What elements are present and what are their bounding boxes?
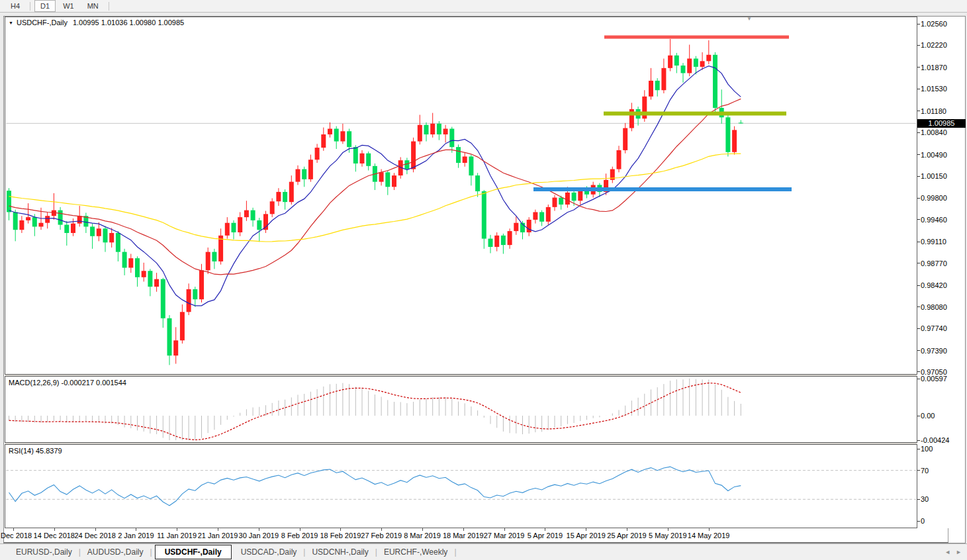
chart-ohlc-quotes: 1.00995 1.01036 1.00980 1.00985 xyxy=(73,19,184,26)
date-axis-label: 5 Dec 2018 xyxy=(0,532,32,539)
current-price-tag: 1.00985 xyxy=(917,119,966,128)
date-axis-label: 5 Apr 2019 xyxy=(528,532,563,539)
date-axis-label: 11 Jan 2019 xyxy=(157,532,197,539)
macd-plot[interactable] xyxy=(5,377,917,442)
date-axis-tick xyxy=(668,528,668,531)
toolbar-separator xyxy=(109,2,109,11)
axis-tick xyxy=(917,176,920,177)
timeframe-button-mn[interactable]: MN xyxy=(81,0,105,12)
axis-tick xyxy=(917,379,920,379)
axis-tick xyxy=(917,219,920,220)
date-axis-tick xyxy=(259,528,259,531)
price-axis-label: 0.98420 xyxy=(921,281,947,289)
date-axis-tick xyxy=(545,528,545,531)
chart-title: ▼ USDCHF-,Daily 1.00995 1.01036 1.00980 … xyxy=(9,19,184,26)
date-axis-label: 30 Jan 2019 xyxy=(239,532,279,539)
axis-tick xyxy=(917,416,920,416)
axis-tick xyxy=(917,371,920,372)
price-axis-label: 1.00490 xyxy=(921,151,947,159)
date-axis-label: 25 Apr 2019 xyxy=(607,532,646,539)
chart-tab-bar: EURUSD-,Daily|AUDUSD-,Daily|USDCHF-,Dail… xyxy=(0,543,967,560)
rsi-plot[interactable] xyxy=(5,445,917,528)
rsi-axis-label: 70 xyxy=(921,467,929,475)
tab-eurchf-weekly[interactable]: EURCHF-,Weekly xyxy=(377,545,454,559)
price-axis-label: 1.00150 xyxy=(921,172,947,180)
axis-tick xyxy=(917,440,920,441)
date-axis-tick xyxy=(627,528,627,531)
tab-usdcad-daily[interactable]: USDCAD-,Daily xyxy=(234,545,304,559)
price-axis-label: 1.00840 xyxy=(921,128,947,136)
axis-tick xyxy=(917,154,920,155)
axis-tick xyxy=(917,67,920,68)
date-axis-label: 5 May 2019 xyxy=(649,532,686,539)
price-axis-label: 0.99110 xyxy=(921,238,946,246)
rsi-axis-label: 30 xyxy=(921,495,929,503)
tab-audusd-daily[interactable]: AUDUSD-,Daily xyxy=(81,545,150,559)
tab-usdcnh-daily[interactable]: USDCNH-,Daily xyxy=(305,545,375,559)
timeframe-button-h4[interactable]: H4 xyxy=(5,0,26,12)
axis-tick xyxy=(917,132,920,133)
rsi-axis-label: 100 xyxy=(921,445,933,453)
axis-tick xyxy=(917,499,920,500)
price-axis-label: 0.97740 xyxy=(921,324,947,332)
price-axis-label: 1.01530 xyxy=(921,85,947,93)
date-axis-label: 8 Feb 2019 xyxy=(281,532,318,539)
price-axis-label: 0.98080 xyxy=(921,303,947,311)
axis-tick xyxy=(917,350,920,351)
axis-tick xyxy=(917,111,920,111)
axis-tick xyxy=(917,521,920,522)
axis-tick xyxy=(917,328,920,329)
date-axis-tick xyxy=(177,528,177,531)
tab-scroll-right-icon[interactable]: ► xyxy=(956,549,962,555)
date-axis-label: 8 Mar 2019 xyxy=(404,532,441,539)
axis-tick xyxy=(917,263,920,263)
chart-dropdown-icon[interactable]: ▼ xyxy=(9,21,13,25)
axis-tick xyxy=(917,306,920,307)
rsi-indicator-label: RSI(14) 45.8379 xyxy=(9,447,62,455)
timeframe-toolbar: H4D1W1MN xyxy=(0,0,967,13)
axis-tick xyxy=(917,470,920,471)
axis-tick xyxy=(917,285,920,286)
date-axis-label: 21 Jan 2019 xyxy=(198,532,238,539)
tab-separator: | xyxy=(454,547,456,557)
date-axis-tick xyxy=(422,528,423,531)
axis-tick xyxy=(917,24,920,24)
date-axis-tick xyxy=(54,528,55,531)
tab-scroll-left-icon[interactable]: ◄ xyxy=(944,549,950,555)
tab-separator: | xyxy=(150,547,152,557)
macd-axis-label: 0.00 xyxy=(921,412,935,420)
price-axis-label: 0.97390 xyxy=(921,347,947,355)
date-axis-tick xyxy=(218,528,218,531)
autoscroll-marker-icon[interactable]: ▼ xyxy=(747,17,752,22)
macd-indicator-label: MACD(12,26,9) -0.000217 0.001544 xyxy=(9,379,126,387)
rsi-axis-label: 0 xyxy=(921,517,925,525)
date-axis-tick xyxy=(381,528,382,531)
price-axis-label: 0.99800 xyxy=(921,194,947,202)
date-axis-label: 2 Jan 2019 xyxy=(118,532,154,539)
date-axis-tick xyxy=(136,528,136,531)
date-axis-tick xyxy=(504,528,505,531)
date-axis-label: 14 May 2019 xyxy=(688,532,730,539)
price-axis-label: 1.01870 xyxy=(921,64,947,71)
date-axis-label: 18 Mar 2019 xyxy=(443,532,484,539)
mt4-window: H4D1W1MN ▼ USDCHF-,Daily 1.00995 1.01036… xyxy=(0,0,967,560)
tab-usdchf-daily[interactable]: USDCHF-,Daily xyxy=(155,545,232,559)
date-axis-tick xyxy=(95,528,96,531)
timeframe-button-w1[interactable]: W1 xyxy=(57,0,80,12)
axis-tick xyxy=(917,242,920,242)
tab-eurusd-daily[interactable]: EURUSD-,Daily xyxy=(9,545,79,559)
date-axis-tick xyxy=(300,528,300,531)
date-axis-label: 18 Feb 2019 xyxy=(320,532,361,539)
axis-tick xyxy=(917,198,920,199)
timeframe-button-d1[interactable]: D1 xyxy=(34,0,56,12)
date-axis[interactable]: 5 Dec 201814 Dec 201824 Dec 20182 Jan 20… xyxy=(4,528,948,543)
axis-tick xyxy=(917,449,920,449)
candlestick-plot[interactable] xyxy=(5,17,917,374)
date-axis-label: 14 Dec 2018 xyxy=(34,532,75,539)
toolbar-separator xyxy=(30,2,30,11)
date-axis-label: 27 Feb 2019 xyxy=(361,532,402,539)
date-axis-tick xyxy=(586,528,586,531)
price-axis-label: 1.02560 xyxy=(921,20,947,28)
price-axis-label: 1.01180 xyxy=(921,107,946,115)
price-axis-label: 1.02220 xyxy=(921,41,947,49)
